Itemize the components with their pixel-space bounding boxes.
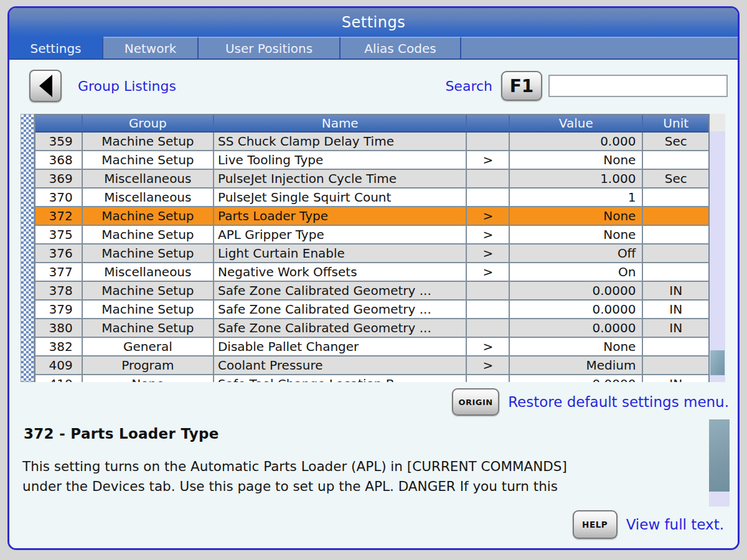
setting-detail-title: 372 - Parts Loader Type (24, 426, 219, 442)
cell-num: 378 (35, 282, 83, 301)
table-scrollbar-thumb[interactable] (710, 350, 725, 375)
cell-num: 380 (35, 319, 83, 338)
cell-name: Live Tooling Type (214, 151, 467, 170)
cell-value: None (510, 338, 643, 357)
cell-value: None (510, 226, 643, 245)
cell-unit (643, 226, 708, 245)
cell-name: Safe Zone Calibrated Geometry ... (214, 282, 467, 301)
cell-value: 0.0000 (510, 282, 643, 301)
cell-value: 0.0000 (510, 319, 643, 338)
search-input[interactable] (548, 75, 728, 97)
cell-unit (643, 357, 708, 375)
cell-unit: Sec (643, 170, 708, 189)
cell-unit: IN (643, 375, 708, 382)
titlebar: Settings (9, 8, 738, 37)
description-scrollbar[interactable] (709, 419, 730, 506)
cell-name: Coolant Pressure (214, 357, 467, 375)
cell-num: 376 (35, 245, 83, 263)
cell-unit: Sec (643, 133, 708, 151)
cell-group: Machine Setup (83, 301, 214, 319)
cell-value: None (510, 207, 643, 226)
tab-filler (461, 37, 738, 58)
back-arrow-icon (39, 75, 52, 97)
cell-group: Miscellaneous (83, 170, 214, 189)
cell-name: Safe Zone Calibrated Geometry ... (214, 301, 467, 319)
cell-name: Parts Loader Type (214, 207, 467, 226)
cell-unit (643, 207, 708, 226)
cell-num: 368 (35, 151, 83, 170)
f1-key-button[interactable]: F1 (501, 71, 542, 101)
table-row-370[interactable]: 370MiscellaneousPulseJet Single Squirt C… (35, 189, 708, 207)
detail-line-2: under the Devices tab. Use this page to … (22, 478, 558, 494)
tab-settings[interactable]: Settings (9, 37, 103, 58)
cell-num: 409 (35, 357, 83, 375)
cell-group: Machine Setup (83, 245, 214, 263)
search-label: Search (445, 78, 492, 94)
cell-num: 372 (35, 207, 83, 226)
tab-user-positions[interactable]: User Positions (199, 37, 341, 58)
cell-arrow (467, 375, 510, 382)
cell-arrow: > (467, 245, 510, 263)
cell-unit: IN (643, 282, 708, 301)
cell-unit: IN (643, 301, 708, 319)
cell-arrow (467, 170, 510, 189)
table-row-377[interactable]: 377MiscellaneousNegative Work Offsets>On (35, 263, 708, 282)
cell-unit (643, 189, 708, 207)
cell-arrow: > (467, 207, 510, 226)
cell-unit (643, 245, 708, 263)
cell-name: Light Curtain Enable (214, 245, 467, 263)
cell-group: Program (83, 357, 214, 375)
cell-arrow (467, 189, 510, 207)
cell-name: Disable Pallet Changer (214, 338, 467, 357)
settings-page: Group Listings Search F1 Group Name Valu… (9, 60, 738, 550)
tab-alias-codes[interactable]: Alias Codes (341, 37, 461, 58)
cell-group: Machine Setup (83, 226, 214, 245)
cell-value: Medium (510, 357, 643, 375)
cell-arrow: > (467, 226, 510, 245)
table-row-382[interactable]: 382GeneralDisable Pallet Changer>None (35, 338, 708, 357)
cell-name: SS Chuck Clamp Delay Time (214, 133, 467, 151)
cell-value: Off (510, 245, 643, 263)
cell-unit (643, 151, 708, 170)
cell-name: APL Gripper Type (214, 226, 467, 245)
help-key-button[interactable]: HELP (573, 510, 618, 539)
cell-num: 370 (35, 189, 83, 207)
toolbar: Group Listings Search F1 (9, 68, 738, 103)
view-full-text-link[interactable]: View full text. (626, 516, 724, 533)
cell-group: Miscellaneous (83, 189, 214, 207)
origin-row: ORIGIN Restore default settings menu. (9, 386, 738, 418)
back-button[interactable] (29, 70, 62, 102)
header-name: Name (214, 115, 467, 131)
table-row-379[interactable]: 379Machine SetupSafe Zone Calibrated Geo… (35, 301, 708, 319)
settings-table: Group Name Value Unit 359Machine SetupSS… (21, 114, 725, 382)
table-scrollbar[interactable] (710, 114, 725, 382)
table-row-369[interactable]: 369MiscellaneousPulseJet Injection Cycle… (35, 170, 708, 189)
header-unit: Unit (643, 115, 708, 131)
cell-name: Safe Zone Calibrated Geometry ... (214, 319, 467, 338)
cell-name: Negative Work Offsets (214, 263, 467, 282)
restore-defaults-link[interactable]: Restore default settings menu. (508, 394, 729, 410)
table-row-375[interactable]: 375Machine SetupAPL Gripper Type>None (35, 226, 708, 245)
cell-name: PulseJet Single Squirt Count (214, 189, 467, 207)
cell-arrow: > (467, 357, 510, 375)
table-body: 359Machine SetupSS Chuck Clamp Delay Tim… (35, 133, 708, 382)
cell-group: General (83, 338, 214, 357)
cell-arrow (467, 319, 510, 338)
cell-value: On (510, 263, 643, 282)
group-listings-link[interactable]: Group Listings (78, 78, 176, 94)
table-row-368[interactable]: 368Machine SetupLive Tooling Type>None (35, 151, 708, 170)
cell-value: None (510, 151, 643, 170)
origin-key-button[interactable]: ORIGIN (452, 388, 499, 416)
table-row-359[interactable]: 359Machine SetupSS Chuck Clamp Delay Tim… (35, 133, 708, 151)
cell-num: 379 (35, 301, 83, 319)
table-row-380[interactable]: 380Machine SetupSafe Zone Calibrated Geo… (35, 319, 708, 338)
table-row-409[interactable]: 409ProgramCoolant Pressure>Medium (35, 357, 708, 375)
table-row-378[interactable]: 378Machine SetupSafe Zone Calibrated Geo… (35, 282, 708, 301)
table-row-372[interactable]: 372Machine SetupParts Loader Type>None (35, 207, 708, 226)
table-row-376[interactable]: 376Machine SetupLight Curtain Enable>Off (35, 245, 708, 263)
tab-network[interactable]: Network (103, 37, 199, 58)
description-scrollbar-thumb[interactable] (709, 419, 730, 492)
table-row-410[interactable]: 410NoneSafe Tool Change Location B0.0000… (35, 375, 708, 382)
cell-value: 0.0000 (510, 375, 643, 382)
cell-group: Machine Setup (83, 282, 214, 301)
